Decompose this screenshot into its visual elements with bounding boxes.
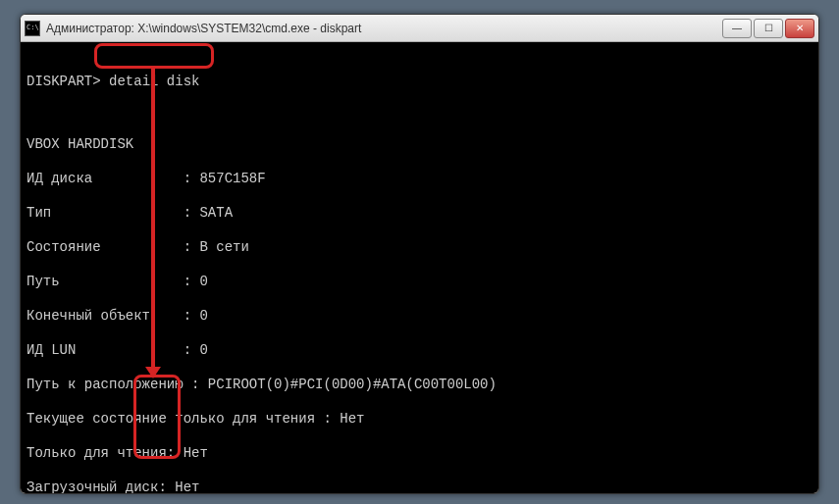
cmd-window: Администратор: X:\windows\SYSTEM32\cmd.e… [20,14,819,494]
detail-path: Путь к расположению : PCIROOT(0)#PCI(0D0… [26,377,813,394]
flag-row: Загрузочный диск: Нет [26,479,813,494]
command-text: detail disk [109,74,199,89]
disk-header: VBOX HARDDISK [26,136,813,154]
detail-row: Состояние : В сети [26,239,813,257]
prompt: DISKPART> [26,74,101,89]
close-button[interactable]: ✕ [785,19,814,38]
detail-row: Путь : 0 [26,274,813,291]
prompt-line: DISKPART> detail disk [26,74,813,91]
flag-row: Только для чтения: Нет [26,445,813,463]
detail-row: Тип : SATA [26,205,813,223]
minimize-button[interactable]: — [722,19,752,38]
cmd-icon [25,21,40,36]
detail-row: ИД диска : 857C158F [26,171,813,188]
maximize-button[interactable]: ☐ [754,19,783,38]
window-controls: — ☐ ✕ [722,19,814,38]
terminal-output[interactable]: DISKPART> detail disk VBOX HARDDISK ИД д… [21,42,818,493]
detail-row: ИД LUN : 0 [26,342,813,360]
flag-row: Текущее состояние только для чтения : Не… [26,411,813,428]
window-title: Администратор: X:\windows\SYSTEM32\cmd.e… [46,22,722,35]
titlebar[interactable]: Администратор: X:\windows\SYSTEM32\cmd.e… [21,15,818,42]
detail-row: Конечный объект : 0 [26,308,813,326]
